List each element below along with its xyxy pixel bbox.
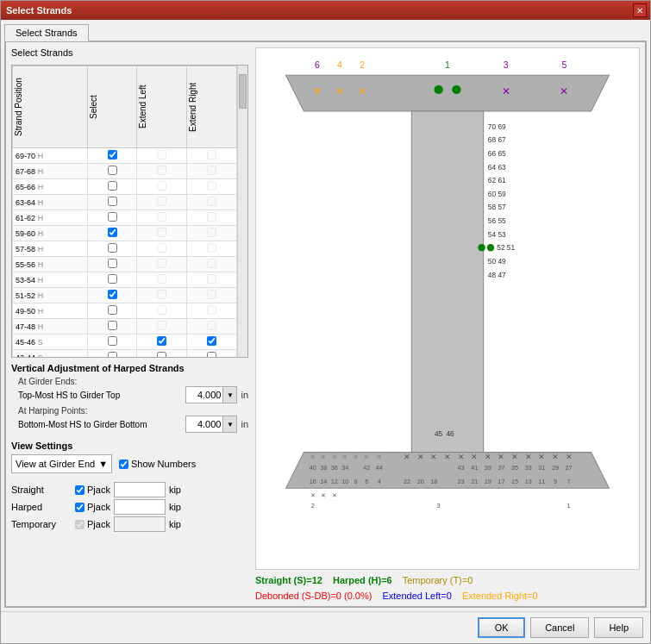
strand-ext-right-cell[interactable] <box>187 335 237 350</box>
strand-ext-left-cell[interactable] <box>137 226 187 241</box>
strand-select-checkbox[interactable] <box>108 166 117 175</box>
strand-select-checkbox[interactable] <box>108 228 117 237</box>
close-button[interactable]: ✕ <box>633 3 647 17</box>
temporary-value-input[interactable]: 0.00 <box>114 516 166 532</box>
show-numbers-label[interactable]: Show Numbers <box>119 459 196 469</box>
strand-select-cell[interactable] <box>87 272 137 288</box>
strand-ext-right-cell[interactable] <box>187 350 237 358</box>
strand-select-cell[interactable] <box>87 335 137 350</box>
strand-select-checkbox[interactable] <box>108 259 117 268</box>
strand-select-checkbox[interactable] <box>108 150 117 159</box>
view-dropdown[interactable]: View at Girder End ▼ <box>11 454 112 473</box>
strand-select-cell[interactable] <box>87 226 137 241</box>
strand-ext-left-cell[interactable] <box>137 210 187 226</box>
strand-select-cell[interactable] <box>87 257 137 272</box>
strand-ext-left-checkbox[interactable] <box>157 150 166 159</box>
strand-ext-right-checkbox[interactable] <box>207 181 216 191</box>
strand-ext-left-checkbox[interactable] <box>157 243 166 253</box>
strand-select-cell[interactable] <box>87 164 137 179</box>
bottom-hs-dropdown[interactable]: 4.000 ▼ <box>185 416 237 433</box>
strand-ext-left-cell[interactable] <box>137 303 187 319</box>
strand-ext-left-cell[interactable] <box>137 272 187 288</box>
table-scrollbar[interactable] <box>237 66 247 357</box>
strand-ext-right-cell[interactable] <box>187 164 237 179</box>
strand-select-checkbox[interactable] <box>108 243 117 253</box>
strand-select-cell[interactable] <box>87 148 137 164</box>
strand-ext-left-checkbox[interactable] <box>157 352 166 357</box>
straight-pjack-checkbox[interactable] <box>75 485 85 495</box>
strand-ext-right-checkbox[interactable] <box>207 336 216 346</box>
strand-ext-left-checkbox[interactable] <box>157 321 166 330</box>
strand-ext-left-checkbox[interactable] <box>157 228 166 237</box>
strand-select-cell[interactable] <box>87 288 137 303</box>
strand-ext-left-checkbox[interactable] <box>157 197 166 206</box>
top-hs-dropdown[interactable]: 4.000 ▼ <box>185 386 237 403</box>
strand-ext-right-checkbox[interactable] <box>207 290 216 299</box>
bottom-hs-dropdown-btn[interactable]: ▼ <box>222 416 236 432</box>
strand-ext-left-cell[interactable] <box>137 164 187 179</box>
strand-ext-right-cell[interactable] <box>187 195 237 210</box>
strand-ext-left-checkbox[interactable] <box>157 212 166 222</box>
tab-select-strands[interactable]: Select Strands <box>4 24 89 41</box>
strand-ext-right-cell[interactable] <box>187 272 237 288</box>
strand-ext-right-checkbox[interactable] <box>207 352 216 357</box>
strand-ext-left-checkbox[interactable] <box>157 259 166 268</box>
strand-ext-left-cell[interactable] <box>137 350 187 358</box>
strand-select-cell[interactable] <box>87 241 137 257</box>
strand-select-checkbox[interactable] <box>108 274 117 284</box>
strand-ext-right-checkbox[interactable] <box>207 243 216 253</box>
strand-ext-right-cell[interactable] <box>187 319 237 335</box>
strand-select-cell[interactable] <box>87 319 137 335</box>
strand-ext-right-cell[interactable] <box>187 303 237 319</box>
strand-ext-right-checkbox[interactable] <box>207 305 216 315</box>
strand-ext-right-cell[interactable] <box>187 257 237 272</box>
strand-ext-right-checkbox[interactable] <box>207 166 216 175</box>
strand-ext-right-checkbox[interactable] <box>207 197 216 206</box>
strand-ext-right-cell[interactable] <box>187 226 237 241</box>
strand-ext-left-checkbox[interactable] <box>157 274 166 284</box>
strand-select-checkbox[interactable] <box>108 181 117 191</box>
strand-ext-right-checkbox[interactable] <box>207 212 216 222</box>
strand-ext-left-checkbox[interactable] <box>157 336 166 346</box>
strand-ext-left-cell[interactable] <box>137 241 187 257</box>
ok-button[interactable]: OK <box>478 617 525 638</box>
strand-select-checkbox[interactable] <box>108 305 117 315</box>
strand-ext-left-cell[interactable] <box>137 195 187 210</box>
strand-ext-left-cell[interactable] <box>137 319 187 335</box>
harped-pjack-label[interactable]: Pjack <box>75 502 110 512</box>
strand-ext-left-cell[interactable] <box>137 179 187 195</box>
strand-ext-right-checkbox[interactable] <box>207 228 216 237</box>
strand-select-cell[interactable] <box>87 179 137 195</box>
straight-value-input[interactable]: 527.31 <box>114 482 166 497</box>
strand-ext-left-checkbox[interactable] <box>157 166 166 175</box>
strand-ext-right-checkbox[interactable] <box>207 274 216 284</box>
strand-ext-right-cell[interactable] <box>187 288 237 303</box>
strand-select-cell[interactable] <box>87 350 137 358</box>
strand-ext-right-checkbox[interactable] <box>207 150 216 159</box>
strand-ext-right-cell[interactable] <box>187 148 237 164</box>
strand-ext-left-cell[interactable] <box>137 335 187 350</box>
strand-ext-right-cell[interactable] <box>187 210 237 226</box>
strand-ext-right-checkbox[interactable] <box>207 259 216 268</box>
strand-select-cell[interactable] <box>87 303 137 319</box>
harped-pjack-checkbox[interactable] <box>75 503 85 512</box>
strand-select-checkbox[interactable] <box>108 290 117 299</box>
top-hs-dropdown-btn[interactable]: ▼ <box>222 387 236 403</box>
strand-ext-left-cell[interactable] <box>137 257 187 272</box>
strand-select-checkbox[interactable] <box>108 197 117 206</box>
strand-ext-left-cell[interactable] <box>137 148 187 164</box>
show-numbers-checkbox[interactable] <box>119 460 128 469</box>
cancel-button[interactable]: Cancel <box>530 617 589 638</box>
strand-ext-right-cell[interactable] <box>187 179 237 195</box>
strand-select-checkbox[interactable] <box>108 321 117 330</box>
strand-select-checkbox[interactable] <box>108 336 117 346</box>
strand-select-checkbox[interactable] <box>108 212 117 222</box>
scrollbar-thumb[interactable] <box>239 74 247 109</box>
strand-ext-left-checkbox[interactable] <box>157 181 166 191</box>
strand-select-checkbox[interactable] <box>108 352 117 357</box>
harped-value-input[interactable]: 263.66 <box>114 499 166 515</box>
strand-ext-left-checkbox[interactable] <box>157 305 166 315</box>
strand-ext-right-cell[interactable] <box>187 241 237 257</box>
strand-select-cell[interactable] <box>87 210 137 226</box>
strand-select-cell[interactable] <box>87 195 137 210</box>
